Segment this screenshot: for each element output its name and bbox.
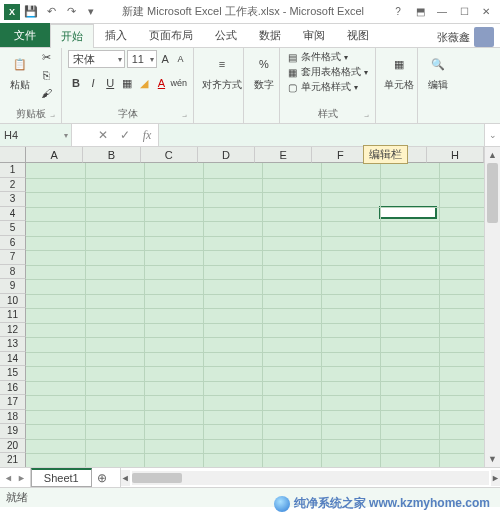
column-header[interactable]: B	[83, 147, 140, 163]
row-header[interactable]: 17	[0, 395, 26, 410]
expand-formula-bar-icon[interactable]: ⌄	[484, 124, 500, 146]
select-all-corner[interactable]	[0, 147, 26, 163]
minimize-button[interactable]: —	[432, 3, 452, 21]
row-header[interactable]: 15	[0, 366, 26, 381]
row-header[interactable]: 21	[0, 453, 26, 467]
row-header[interactable]: 7	[0, 250, 26, 265]
alignment-icon: ≡	[210, 52, 234, 76]
row-header[interactable]: 10	[0, 294, 26, 309]
file-tab[interactable]: 文件	[0, 23, 50, 47]
paste-button[interactable]: 📋 粘贴	[6, 50, 34, 94]
row-header[interactable]: 16	[0, 381, 26, 396]
editing-button[interactable]: 🔍 编辑	[424, 50, 452, 94]
table-format-button[interactable]: ▦ 套用表格格式 ▾	[286, 65, 368, 79]
cancel-formula-icon[interactable]: ✕	[92, 124, 114, 146]
row-header[interactable]: 11	[0, 308, 26, 323]
hscroll-thumb[interactable]	[132, 473, 182, 483]
cells-button[interactable]: ▦ 单元格	[382, 50, 416, 94]
column-header[interactable]: D	[198, 147, 255, 163]
sheet-next-icon[interactable]: ►	[17, 473, 26, 483]
copy-icon[interactable]: ⎘	[38, 68, 54, 82]
redo-icon[interactable]: ↷	[64, 5, 78, 19]
fill-color-icon[interactable]: ◢	[136, 74, 152, 92]
tab-review[interactable]: 审阅	[292, 23, 336, 47]
cell-styles-button[interactable]: ▢ 单元格样式 ▾	[286, 80, 368, 94]
row-header[interactable]: 12	[0, 323, 26, 338]
cut-icon[interactable]: ✂	[38, 50, 54, 64]
group-editing: 🔍 编辑 .	[418, 48, 454, 123]
alignment-button[interactable]: ≡ 对齐方式	[200, 50, 244, 94]
row-header[interactable]: 4	[0, 207, 26, 222]
sheet-prev-icon[interactable]: ◄	[4, 473, 13, 483]
format-painter-icon[interactable]: 🖌	[38, 86, 54, 100]
italic-button[interactable]: I	[85, 74, 101, 92]
row-header[interactable]: 3	[0, 192, 26, 207]
row-header[interactable]: 6	[0, 236, 26, 251]
increase-font-icon[interactable]: A	[159, 50, 172, 68]
font-name-select[interactable]: 宋体	[68, 50, 125, 68]
formula-input[interactable]	[158, 124, 484, 146]
border-icon[interactable]: ▦	[119, 74, 135, 92]
row-header[interactable]: 18	[0, 410, 26, 425]
font-color-icon[interactable]: A	[153, 74, 169, 92]
underline-button[interactable]: U	[102, 74, 118, 92]
hscroll-track[interactable]	[132, 471, 489, 485]
cells-canvas[interactable]	[26, 163, 484, 467]
table-format-icon: ▦	[286, 66, 298, 78]
row-header[interactable]: 5	[0, 221, 26, 236]
row-header[interactable]: 19	[0, 424, 26, 439]
tab-data[interactable]: 数据	[248, 23, 292, 47]
scroll-left-icon[interactable]: ◄	[121, 470, 130, 486]
vertical-scrollbar[interactable]: ▲ ▼	[484, 147, 500, 467]
editing-icon: 🔍	[426, 52, 450, 76]
column-header[interactable]: H	[427, 147, 484, 163]
number-label: 数字	[254, 78, 274, 92]
conditional-format-label: 条件格式	[301, 50, 341, 64]
column-header[interactable]: C	[141, 147, 198, 163]
scroll-up-icon[interactable]: ▲	[485, 147, 500, 163]
phonetic-icon[interactable]: wén	[170, 74, 187, 92]
maximize-button[interactable]: ☐	[454, 3, 474, 21]
help-button[interactable]: ?	[388, 3, 408, 21]
row-header[interactable]: 8	[0, 265, 26, 280]
decrease-font-icon[interactable]: A	[174, 50, 187, 68]
row-header[interactable]: 1	[0, 163, 26, 178]
tab-page-layout[interactable]: 页面布局	[138, 23, 204, 47]
row-header[interactable]: 20	[0, 439, 26, 454]
bold-button[interactable]: B	[68, 74, 84, 92]
vscroll-thumb[interactable]	[487, 163, 498, 223]
save-icon[interactable]: 💾	[24, 5, 38, 19]
tab-formulas[interactable]: 公式	[204, 23, 248, 47]
name-box[interactable]: H4	[0, 124, 72, 146]
vscroll-track[interactable]	[485, 163, 500, 451]
close-button[interactable]: ✕	[476, 3, 496, 21]
qat-customize-icon[interactable]: ▾	[84, 5, 98, 19]
row-header[interactable]: 14	[0, 352, 26, 367]
tab-view[interactable]: 视图	[336, 23, 380, 47]
ribbon-options-button[interactable]: ⬒	[410, 3, 430, 21]
group-number: % 数字 .	[244, 48, 280, 123]
conditional-format-button[interactable]: ▤ 条件格式 ▾	[286, 50, 368, 64]
row-header[interactable]: 2	[0, 178, 26, 193]
add-sheet-button[interactable]: ⊕	[92, 468, 112, 487]
app-icon: X	[4, 4, 20, 20]
conditional-format-icon: ▤	[286, 51, 298, 63]
undo-icon[interactable]: ↶	[44, 5, 58, 19]
tab-home[interactable]: 开始	[50, 24, 94, 48]
row-header[interactable]: 13	[0, 337, 26, 352]
column-header[interactable]: A	[26, 147, 83, 163]
column-header[interactable]: E	[255, 147, 312, 163]
scroll-right-icon[interactable]: ►	[491, 470, 500, 486]
row-header[interactable]: 9	[0, 279, 26, 294]
insert-function-icon[interactable]: fx	[136, 124, 158, 146]
horizontal-scrollbar[interactable]: ◄ ►	[120, 468, 500, 487]
enter-formula-icon[interactable]: ✓	[114, 124, 136, 146]
number-button[interactable]: % 数字	[250, 50, 278, 94]
grid-main[interactable]: ABCDEFGH 1234567891011121314151617181920…	[0, 147, 484, 467]
scroll-down-icon[interactable]: ▼	[485, 451, 500, 467]
tab-insert[interactable]: 插入	[94, 23, 138, 47]
column-header[interactable]: F	[312, 147, 369, 163]
user-area[interactable]: 张薇鑫	[437, 27, 500, 47]
sheet-tab-active[interactable]: Sheet1	[31, 468, 92, 487]
font-size-select[interactable]: 11	[127, 50, 157, 68]
